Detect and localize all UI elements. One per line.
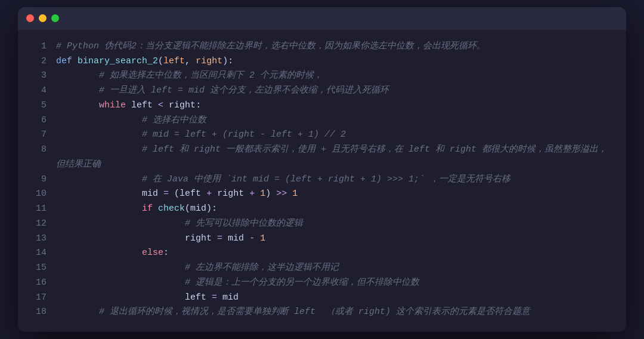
code-line-1: 1 # Python 伪代码2：当分支逻辑不能排除左边界时，选右中位数，因为如果… — [30, 39, 614, 54]
line-number: 18 — [30, 305, 47, 320]
code-line-14: 14 else: — [30, 246, 614, 261]
code-line-3: 3 # 如果选择左中位数，当区间只剩下 2 个元素的时候， — [30, 69, 614, 84]
line-number: 14 — [30, 246, 47, 261]
line-number: 8 — [30, 143, 47, 158]
code-window: 1 # Python 伪代码2：当分支逻辑不能排除左边界时，选右中位数，因为如果… — [18, 7, 626, 332]
code-content: # 选择右中位数 — [56, 113, 614, 128]
line-number: 7 — [30, 128, 47, 143]
code-content: left = mid — [56, 291, 614, 306]
code-line-8: 8 # left 和 right 一般都表示索引，使用 + 且无符号右移，在 l… — [30, 143, 614, 172]
code-line-7: 7 # mid = left + (right - left + 1) // 2 — [30, 128, 614, 143]
code-content: # 退出循环的时候，视情况，是否需要单独判断 left （或者 right) 这… — [56, 305, 614, 320]
line-number: 16 — [30, 276, 47, 291]
code-content: # 先写可以排除中位数的逻辑 — [56, 217, 614, 232]
code-content: # left 和 right 一般都表示索引，使用 + 且无符号右移，在 lef… — [56, 143, 614, 172]
code-content: # 如果选择左中位数，当区间只剩下 2 个元素的时候， — [56, 69, 614, 84]
line-number: 11 — [30, 202, 47, 217]
code-content: # 逻辑是：上一个分支的另一个边界收缩，但不排除中位数 — [56, 276, 614, 291]
code-content: # mid = left + (right - left + 1) // 2 — [56, 128, 614, 143]
line-number: 17 — [30, 291, 47, 306]
code-editor: 1 # Python 伪代码2：当分支逻辑不能排除左边界时，选右中位数，因为如果… — [18, 30, 626, 332]
titlebar — [18, 7, 626, 30]
code-content: mid = (left + right + 1) >> 1 — [56, 187, 614, 202]
code-line-10: 10 mid = (left + right + 1) >> 1 — [30, 187, 614, 202]
line-number: 3 — [30, 69, 47, 84]
line-number: 5 — [30, 98, 47, 113]
line-number: 1 — [30, 39, 47, 54]
code-line-5: 5 while left < right: — [30, 98, 614, 113]
line-number: 12 — [30, 217, 47, 232]
maximize-button[interactable] — [51, 14, 59, 22]
code-line-2: 2 def binary_search_2(left, right): — [30, 54, 614, 69]
line-number: 9 — [30, 172, 47, 187]
code-line-16: 16 # 逻辑是：上一个分支的另一个边界收缩，但不排除中位数 — [30, 276, 614, 291]
close-button[interactable] — [26, 14, 34, 22]
code-line-13: 13 right = mid - 1 — [30, 232, 614, 246]
code-content: # 在 Java 中使用 `int mid = (left + right + … — [56, 172, 614, 187]
code-line-11: 11 if check(mid): — [30, 202, 614, 217]
code-line-18: 18 # 退出循环的时候，视情况，是否需要单独判断 left （或者 right… — [30, 305, 614, 320]
code-line-17: 17 left = mid — [30, 291, 614, 306]
code-content: # Python 伪代码2：当分支逻辑不能排除左边界时，选右中位数，因为如果你选… — [56, 39, 614, 54]
code-content: # 一旦进入 left = mid 这个分支，左边界不会收缩，代码进入死循环 — [56, 84, 614, 98]
code-line-4: 4 # 一旦进入 left = mid 这个分支，左边界不会收缩，代码进入死循环 — [30, 84, 614, 98]
code-line-15: 15 # 左边界不能排除，这半边逻辑不用记 — [30, 261, 614, 276]
code-content: if check(mid): — [56, 202, 614, 217]
code-content: else: — [56, 246, 614, 261]
code-content: # 左边界不能排除，这半边逻辑不用记 — [56, 261, 614, 276]
line-number: 2 — [30, 54, 47, 69]
line-number: 15 — [30, 261, 47, 276]
code-line-12: 12 # 先写可以排除中位数的逻辑 — [30, 217, 614, 232]
line-number: 6 — [30, 113, 47, 128]
minimize-button[interactable] — [39, 14, 47, 22]
code-content: while left < right: — [56, 98, 614, 113]
line-number: 4 — [30, 84, 47, 98]
code-line-6: 6 # 选择右中位数 — [30, 113, 614, 128]
code-content: def binary_search_2(left, right): — [56, 54, 614, 69]
code-content: right = mid - 1 — [56, 232, 614, 246]
code-line-9: 9 # 在 Java 中使用 `int mid = (left + right … — [30, 172, 614, 187]
line-number: 10 — [30, 187, 47, 202]
line-number: 13 — [30, 232, 47, 246]
